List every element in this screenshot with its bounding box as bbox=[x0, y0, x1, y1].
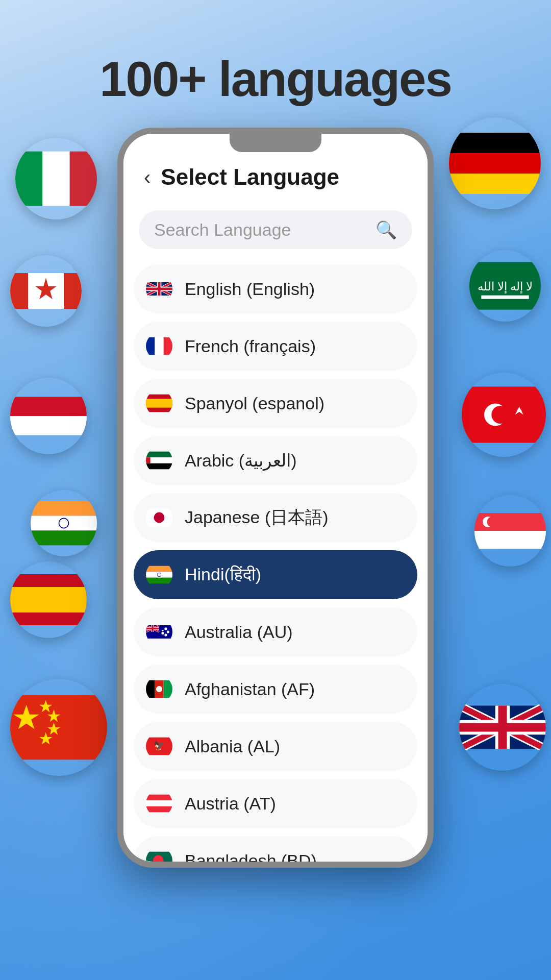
flag-germany bbox=[449, 117, 541, 209]
svg-rect-23 bbox=[449, 174, 541, 194]
svg-rect-0 bbox=[15, 152, 42, 206]
svg-point-29 bbox=[491, 406, 509, 424]
svg-point-61 bbox=[156, 686, 162, 692]
svg-text:لا إله إلا الله: لا إله إلا الله bbox=[478, 280, 533, 294]
flag-afghanistan bbox=[146, 676, 172, 702]
svg-point-53 bbox=[164, 627, 167, 630]
svg-rect-8 bbox=[10, 416, 87, 435]
flag-english bbox=[146, 276, 172, 302]
flag-italy bbox=[15, 138, 97, 219]
svg-rect-60 bbox=[164, 680, 172, 698]
svg-rect-22 bbox=[449, 153, 541, 174]
back-button[interactable]: ‹ bbox=[144, 166, 151, 189]
svg-rect-64 bbox=[146, 795, 172, 801]
svg-rect-5 bbox=[64, 273, 82, 309]
language-list: English (English)French (français)Spanyo… bbox=[123, 259, 428, 862]
language-item-hindi[interactable]: Hindi(हिंदी) bbox=[134, 550, 417, 599]
svg-rect-32 bbox=[474, 531, 546, 549]
language-item-japanese[interactable]: Japanese (日本語) bbox=[134, 493, 417, 542]
phone-notch bbox=[230, 134, 321, 152]
flag-canada bbox=[10, 255, 82, 327]
language-item-australia[interactable]: Australia (AU) bbox=[134, 607, 417, 656]
flag-australia bbox=[146, 619, 172, 645]
svg-rect-7 bbox=[10, 397, 87, 416]
svg-text:🦅: 🦅 bbox=[154, 740, 165, 751]
svg-rect-21 bbox=[449, 133, 541, 153]
search-icon: 🔍 bbox=[375, 219, 397, 240]
phone-mockup: ‹ Select Language Search Language 🔍 Engl… bbox=[117, 128, 434, 868]
svg-rect-65 bbox=[146, 800, 172, 806]
flag-spain bbox=[10, 561, 87, 638]
language-item-arabic[interactable]: Arabic (العربية) bbox=[134, 436, 417, 485]
flag-china bbox=[10, 679, 107, 776]
flag-uk bbox=[459, 684, 546, 771]
flag-austria bbox=[146, 790, 172, 817]
language-item-french[interactable]: French (français) bbox=[134, 322, 417, 371]
svg-rect-37 bbox=[146, 337, 155, 355]
svg-point-54 bbox=[167, 630, 169, 633]
language-name-spanish: Spanyol (espanol) bbox=[185, 394, 324, 413]
svg-rect-45 bbox=[146, 457, 151, 463]
language-name-english: English (English) bbox=[185, 279, 315, 299]
search-bar[interactable]: Search Language 🔍 bbox=[139, 210, 412, 249]
flag-singapore bbox=[474, 495, 546, 567]
svg-rect-14 bbox=[10, 587, 87, 612]
svg-rect-44 bbox=[146, 463, 172, 470]
svg-rect-39 bbox=[164, 337, 172, 355]
svg-rect-66 bbox=[146, 806, 172, 813]
svg-rect-48 bbox=[146, 566, 172, 572]
phone-inner: ‹ Select Language Search Language 🔍 Engl… bbox=[123, 134, 428, 862]
svg-point-34 bbox=[487, 517, 498, 527]
page-title: Select Language bbox=[161, 164, 339, 190]
language-item-english[interactable]: English (English) bbox=[134, 264, 417, 313]
flag-french bbox=[146, 333, 172, 359]
language-name-arabic: Arabic (العربية) bbox=[185, 450, 296, 471]
language-item-afghanistan[interactable]: Afghanistan (AF) bbox=[134, 665, 417, 714]
svg-rect-50 bbox=[146, 578, 172, 584]
flag-bangladesh bbox=[146, 847, 172, 862]
svg-rect-41 bbox=[146, 399, 172, 407]
svg-rect-58 bbox=[146, 680, 155, 698]
svg-point-57 bbox=[162, 630, 163, 631]
language-name-afghanistan: Afghanistan (AF) bbox=[185, 679, 315, 699]
flag-japanese bbox=[146, 504, 172, 531]
language-item-albania[interactable]: 🦅Albania (AL) bbox=[134, 722, 417, 771]
svg-rect-26 bbox=[481, 296, 529, 299]
language-name-french: French (français) bbox=[185, 336, 316, 356]
svg-rect-42 bbox=[146, 452, 172, 458]
language-name-austria: Austria (AT) bbox=[185, 794, 276, 814]
language-name-australia: Australia (AU) bbox=[185, 622, 293, 642]
language-name-albania: Albania (AL) bbox=[185, 737, 280, 756]
svg-point-47 bbox=[154, 512, 165, 523]
hero-title: 100+ languages bbox=[0, 51, 551, 107]
flag-india bbox=[146, 561, 172, 588]
search-container: Search Language 🔍 bbox=[123, 205, 428, 259]
flag-turkey bbox=[462, 373, 546, 457]
svg-rect-9 bbox=[31, 501, 97, 516]
language-name-bangladesh: Bangladesh (BD) bbox=[185, 851, 317, 862]
flag-indonesia bbox=[10, 378, 87, 454]
language-item-spanish[interactable]: Spanyol (espanol) bbox=[134, 379, 417, 428]
language-name-hindi: Hindi(हिंदी) bbox=[185, 565, 261, 585]
svg-rect-1 bbox=[42, 152, 69, 206]
language-name-japanese: Japanese (日本語) bbox=[185, 506, 329, 529]
svg-rect-38 bbox=[155, 337, 163, 355]
flag-arabic bbox=[146, 447, 172, 474]
search-input[interactable]: Search Language bbox=[154, 220, 367, 240]
language-item-bangladesh[interactable]: Bangladesh (BD) bbox=[134, 836, 417, 862]
svg-rect-4 bbox=[10, 273, 28, 309]
svg-rect-11 bbox=[31, 530, 97, 545]
svg-point-56 bbox=[161, 632, 164, 634]
flag-albania: 🦅 bbox=[146, 733, 172, 760]
flag-india bbox=[31, 490, 97, 556]
flag-saudi: لا إله إلا الله bbox=[469, 250, 541, 322]
svg-point-55 bbox=[164, 633, 167, 636]
svg-rect-2 bbox=[70, 152, 97, 206]
flag-spanish bbox=[146, 390, 172, 416]
language-item-austria[interactable]: Austria (AT) bbox=[134, 779, 417, 828]
